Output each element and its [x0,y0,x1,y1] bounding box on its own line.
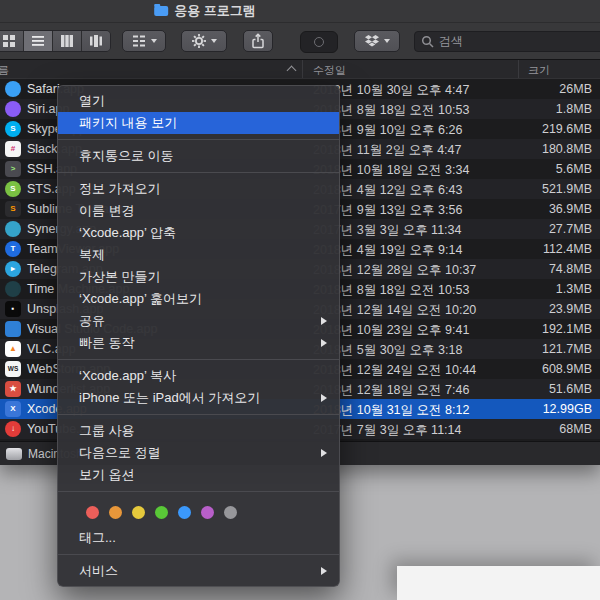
file-size: 26MB [559,82,592,96]
file-size: 521.9MB [542,182,592,196]
list-header: 이름 수정일 크기 [0,60,600,79]
menu-item-label: 보기 옵션 [79,466,135,484]
search-icon [421,35,434,48]
column-view-button[interactable] [53,31,82,51]
menu-item-sort-by[interactable]: 다음으로 정렬 [58,442,339,464]
coverflow-view-button[interactable] [82,31,110,51]
arrange-icon [131,33,147,49]
file-size: 608.9MB [542,362,592,376]
file-size: 1.3MB [556,282,592,296]
tag-color-gray[interactable] [224,506,237,519]
menu-item-label: iPhone 또는 iPad에서 가져오기 [79,389,260,407]
share-button[interactable] [243,30,273,52]
menu-item-show-package-contents[interactable]: 패키지 내용 보기 [58,112,339,134]
file-size: 112.4MB [543,242,592,256]
app-icon: X [5,401,21,417]
tag-color-blue[interactable] [178,506,191,519]
app-icon [5,281,21,297]
menu-item-show-view-options[interactable]: 보기 옵션 [58,464,339,486]
file-size: 219.6MB [542,122,592,136]
menu-item-make-alias[interactable]: 가상본 만들기 [58,266,339,288]
menu-item-copy[interactable]: ‘Xcode.app’ 복사 [58,365,339,387]
menu-item-label: 복제 [79,246,105,264]
dropbox-icon [364,34,380,48]
arrange-button[interactable] [122,30,166,52]
menu-item-label: 패키지 내용 보기 [79,114,177,132]
menu-item-open[interactable]: 열기 [58,90,339,112]
column-divider [302,60,303,78]
app-icon: S [5,201,21,217]
menu-item-label: 열기 [79,92,105,110]
submenu-arrow-icon [321,394,327,402]
coverflow-view-icon [88,33,104,49]
menu-item-services[interactable]: 서비스 [58,560,339,582]
app-icon: # [5,141,21,157]
menu-item-quick-look[interactable]: ‘Xcode.app’ 훑어보기 [58,288,339,310]
tag-color-yellow[interactable] [132,506,145,519]
tag-color-red[interactable] [86,506,99,519]
submenu-arrow-icon [321,567,327,575]
menu-item-import-from-iphone[interactable]: iPhone 또는 iPad에서 가져오기 [58,387,339,409]
list-view-icon [30,33,46,49]
disk-icon [6,448,22,460]
column-view-icon [59,33,75,49]
column-header-date[interactable]: 수정일 [313,63,346,78]
icon-view-button[interactable] [0,31,24,51]
chevron-down-icon [384,39,390,43]
menu-separator [58,172,339,173]
menu-item-label: 공유 [79,312,105,330]
menu-item-label: 그룹 사용 [79,422,135,440]
menu-item-quick-actions[interactable]: 빠른 동작 [58,332,339,354]
view-mode-segmented-control [0,30,111,52]
menu-item-label: 가상본 만들기 [79,268,161,286]
titlebar[interactable]: 응용 프로그램 [0,0,600,23]
column-header-name[interactable]: 이름 [0,63,9,78]
file-size: 12.99GB [543,402,592,416]
menu-item-get-info[interactable]: 정보 가져오기 [58,178,339,200]
app-icon: S [5,181,21,197]
file-size: 51.6MB [549,382,592,396]
menu-separator [58,414,339,415]
search-field[interactable]: 검색 [414,31,600,52]
app-icon: ▪ [5,301,21,317]
app-icon [5,321,21,337]
menu-item-label: ‘Xcode.app’ 훑어보기 [79,290,202,308]
tag-color-orange[interactable] [109,506,122,519]
menu-item-tags[interactable]: 태그... [58,527,339,549]
list-view-button[interactable] [24,31,53,51]
context-menu: 열기패키지 내용 보기휴지통으로 이동정보 가져오기이름 변경‘Xcode.ap… [57,85,340,587]
gear-icon [191,33,207,49]
menu-item-move-to-trash[interactable]: 휴지통으로 이동 [58,145,339,167]
menu-item-duplicate[interactable]: 복제 [58,244,339,266]
search-placeholder: 검색 [439,33,463,50]
menu-item-label: 휴지통으로 이동 [79,147,174,165]
action-gear-button[interactable] [181,30,227,52]
file-size: 180.8MB [542,142,592,156]
menu-item-label: 빠른 동작 [79,334,135,352]
tag-color-green[interactable] [155,506,168,519]
tag-color-purple[interactable] [201,506,214,519]
dropbox-button[interactable] [354,30,400,52]
app-icon: WS [5,361,21,377]
menu-item-label: 태그... [79,529,116,547]
submenu-arrow-icon [321,339,327,347]
app-icon: S [5,121,21,137]
menu-separator [58,139,339,140]
menu-item-compress[interactable]: ‘Xcode.app’ 압축 [58,222,339,244]
tag-button[interactable] [300,31,338,53]
share-icon [250,33,266,49]
menu-item-share[interactable]: 공유 [58,310,339,332]
menu-item-rename[interactable]: 이름 변경 [58,200,339,222]
menu-item-use-groups[interactable]: 그룹 사용 [58,420,339,442]
sort-ascending-icon [287,66,297,76]
app-icon [5,101,21,117]
title-group: 응용 프로그램 [154,0,256,22]
app-icon: ★ [5,381,21,397]
menu-item-label: ‘Xcode.app’ 복사 [79,367,176,385]
app-icon [5,81,21,97]
menu-item-label: 다음으로 정렬 [79,444,161,462]
file-size: 192.1MB [542,322,592,336]
app-icon: ▸ [5,261,21,277]
app-icon: > [5,161,21,177]
column-header-size[interactable]: 크기 [528,63,550,78]
